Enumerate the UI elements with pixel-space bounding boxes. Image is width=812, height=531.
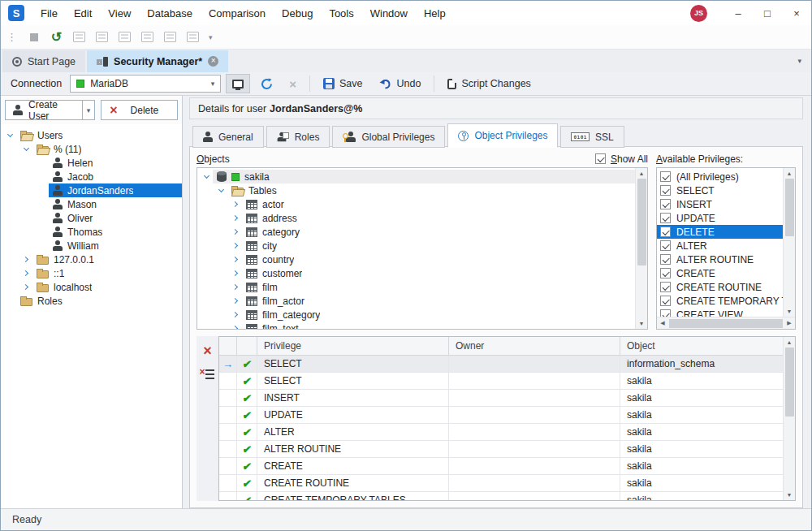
grid-cell-privilege[interactable]: SELECT (257, 356, 449, 372)
scroll-down-icon[interactable]: ▼ (636, 318, 647, 329)
object-tree-item-film-category[interactable]: film_category (197, 308, 635, 322)
menu-debug[interactable]: Debug (274, 2, 321, 25)
checkbox-icon[interactable] (595, 153, 606, 164)
privilege-item-create-view[interactable]: CREATE VIEW (657, 308, 783, 317)
checkbox-icon[interactable] (660, 227, 671, 237)
menu-view[interactable]: View (100, 2, 139, 25)
expand-icon[interactable] (230, 281, 242, 293)
privilege-item-all-privileges[interactable]: (All Privileges) (657, 170, 783, 183)
granted-cell[interactable]: ✔ (237, 356, 257, 372)
user-tree-item-users[interactable]: Users (1, 128, 182, 142)
object-tree-item-actor[interactable]: actor (197, 197, 635, 211)
grid-row[interactable]: →✔SELECTinformation_schema (219, 356, 783, 373)
object-tree-item-category[interactable]: category (197, 225, 635, 239)
menu-database[interactable]: Database (139, 2, 201, 25)
script-changes-button[interactable]: Script Changes (442, 74, 536, 93)
grid-row[interactable]: ✔CREATE ROUTINEsakila (219, 475, 783, 492)
apply-to-object-button[interactable] (226, 74, 250, 93)
menu-file[interactable]: File (32, 2, 66, 25)
grid-row[interactable]: ✔CREATE TEMPORARY TABLESsakila (219, 492, 783, 500)
grid-cell-object[interactable]: sakila (620, 441, 783, 457)
privilege-item-alter-routine[interactable]: ALTER ROUTINE (657, 253, 783, 266)
object-tree-item-city[interactable]: city (197, 239, 635, 253)
privileges-horizontal-scrollbar[interactable]: ◀ ▶ (657, 317, 795, 329)
grid-cell-owner[interactable] (449, 390, 620, 406)
user-tree-item-mason[interactable]: Mason (1, 197, 182, 211)
scroll-right-icon[interactable]: ▶ (784, 320, 795, 326)
privileges-vertical-scrollbar[interactable]: ▲ ▼ (783, 168, 795, 317)
menu-help[interactable]: Help (416, 2, 454, 25)
expand-icon[interactable] (20, 267, 32, 279)
grid-cell-privilege[interactable]: SELECT (257, 373, 449, 389)
checkbox-icon[interactable] (660, 240, 671, 251)
scrollbar-thumb[interactable] (785, 348, 794, 417)
user-tree-item-oliver[interactable]: Oliver (1, 211, 182, 225)
compare-button[interactable] (137, 28, 158, 47)
user-tree-item-william[interactable]: William (1, 239, 182, 253)
grid-cell-privilege[interactable]: ALTER ROUTINE (257, 441, 449, 457)
granted-cell[interactable]: ✔ (237, 458, 257, 474)
new-document-button[interactable] (92, 28, 112, 47)
object-tree-item-tables[interactable]: Tables (197, 183, 635, 197)
chevron-down-icon[interactable]: ▾ (211, 80, 215, 88)
granted-cell[interactable]: ✔ (237, 441, 257, 457)
email-button[interactable] (69, 28, 89, 47)
privilege-item-insert[interactable]: INSERT (657, 197, 783, 211)
grid-cell-object[interactable]: information_schema (620, 356, 783, 372)
grid-cell-object[interactable]: sakila (620, 475, 783, 491)
expand-icon[interactable] (230, 198, 242, 210)
objects-vertical-scrollbar[interactable]: ▲ ▼ (635, 168, 647, 329)
grid-row[interactable]: ✔SELECTsakila (219, 373, 783, 390)
user-tree-item-roles[interactable]: Roles (1, 294, 182, 308)
expand-icon[interactable] (230, 267, 242, 279)
scroll-up-icon[interactable]: ▲ (784, 337, 795, 348)
grid-cell-owner[interactable] (449, 373, 620, 389)
granted-cell[interactable]: ✔ (237, 475, 257, 491)
expand-icon[interactable] (230, 322, 242, 329)
connection-combobox[interactable]: MariaDB ▾ (70, 75, 221, 93)
checkbox-icon[interactable] (660, 213, 671, 223)
privilege-item-create-temporary-tables[interactable]: CREATE TEMPORARY TABLES (657, 294, 783, 308)
grid-cell-privilege[interactable]: INSERT (257, 390, 449, 406)
checkbox-icon[interactable] (660, 282, 671, 292)
undo-button[interactable]: Undo (374, 74, 427, 93)
scroll-down-icon[interactable]: ▼ (784, 306, 795, 317)
checkbox-icon[interactable] (660, 199, 671, 209)
grid-cell-privilege[interactable]: CREATE TEMPORARY TABLES (257, 492, 449, 500)
detail-tab-roles[interactable]: Roles (266, 126, 330, 148)
collapse-icon[interactable] (20, 143, 32, 155)
menu-edit[interactable]: Edit (66, 2, 100, 25)
detail-tab-object-privileges[interactable]: Object Privileges (447, 123, 558, 148)
tab-security-manager[interactable]: Security Manager*× (87, 50, 228, 72)
grid-cell-owner[interactable] (449, 407, 620, 423)
user-tree-item-thomas[interactable]: Thomas (1, 225, 182, 239)
grid-cell-owner[interactable] (449, 441, 620, 457)
chart-button[interactable] (160, 28, 180, 47)
scroll-down-icon[interactable]: ▼ (784, 490, 795, 500)
user-tree-item-1[interactable]: ::1 (1, 266, 182, 280)
object-tree-item-film[interactable]: film (197, 280, 635, 294)
privilege-item-select[interactable]: SELECT (657, 183, 783, 197)
grid-cell-object[interactable]: sakila (620, 373, 783, 389)
grid-cell-privilege[interactable]: CREATE (257, 458, 449, 474)
grid-row[interactable]: ✔CREATEsakila (219, 458, 783, 475)
grid-row[interactable]: ✔UPDATEsakila (219, 407, 783, 424)
history-button[interactable]: ↺ (46, 28, 67, 47)
user-avatar[interactable]: JS (690, 5, 707, 22)
toolbar-grip-icon[interactable]: ⋮ (6, 31, 17, 43)
grid-cell-privilege[interactable]: UPDATE (257, 407, 449, 423)
grid-cell-privilege[interactable]: CREATE ROUTINE (257, 475, 449, 491)
object-tree-item-film-text[interactable]: film_text (197, 322, 635, 329)
checkbox-icon[interactable] (660, 268, 671, 278)
scrollbar-thumb[interactable] (785, 179, 794, 236)
detail-tab-general[interactable]: General (192, 126, 264, 148)
privilege-item-alter[interactable]: ALTER (657, 239, 783, 253)
checkbox-icon[interactable] (660, 254, 671, 265)
tab-list-dropdown-icon[interactable]: ▾ (797, 57, 801, 65)
expand-icon[interactable] (230, 240, 242, 252)
user-tree-item-localhost[interactable]: localhost (1, 280, 182, 294)
stop-button[interactable] (24, 28, 44, 47)
granted-cell[interactable]: ✔ (237, 373, 257, 389)
grid-cell-owner[interactable] (449, 492, 620, 500)
object-tree-item-country[interactable]: country (197, 253, 635, 266)
